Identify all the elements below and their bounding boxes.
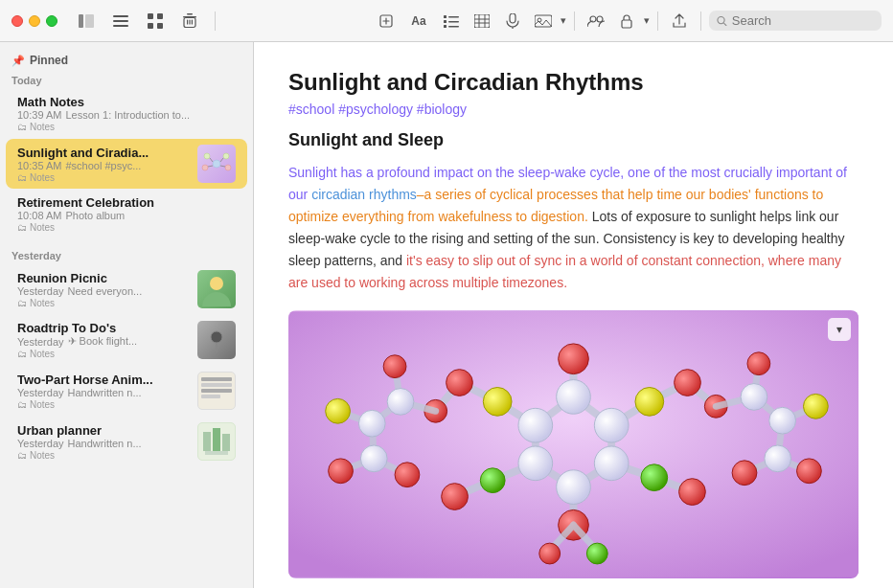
svg-point-37 — [204, 153, 210, 159]
svg-point-119 — [326, 398, 351, 423]
note-thumbnail-reunion — [197, 270, 236, 308]
note-thumbnail-molecule — [197, 145, 236, 183]
svg-rect-27 — [510, 13, 515, 23]
format-text-button[interactable]: Aa — [403, 8, 434, 34]
note-meta: Yesterday ✈ Book flight... — [17, 335, 190, 348]
svg-point-77 — [594, 408, 629, 442]
close-button[interactable] — [11, 15, 23, 27]
svg-point-36 — [213, 160, 220, 168]
svg-rect-8 — [157, 23, 163, 29]
svg-point-75 — [518, 408, 553, 442]
note-item-retirement[interactable]: Retirement Celebration 10:08 AM Photo al… — [6, 190, 247, 238]
note-meta: 10:35 AM #school #psyc... — [17, 160, 190, 171]
list-view-button[interactable] — [107, 8, 134, 34]
svg-rect-4 — [113, 25, 128, 27]
minimize-button[interactable] — [29, 15, 40, 27]
note-image-molecule: ▾ — [288, 310, 859, 578]
collaborate-button[interactable] — [583, 8, 609, 34]
note-body: Sunlight has a profound impact on the sl… — [288, 162, 859, 295]
svg-point-117 — [395, 462, 420, 486]
svg-rect-50 — [201, 389, 232, 393]
note-subtitle: Sunlight and Sleep — [288, 130, 859, 150]
svg-rect-54 — [222, 434, 230, 451]
svg-point-103 — [732, 460, 757, 485]
svg-point-39 — [202, 165, 208, 170]
note-meta: Yesterday Handwritten n... — [17, 387, 190, 398]
svg-point-100 — [741, 383, 767, 410]
body-text-blue: circadian rhythms — [311, 187, 417, 202]
svg-rect-10 — [187, 13, 193, 15]
folder-icon: 🗂 — [17, 122, 27, 132]
search-bar[interactable] — [709, 11, 882, 31]
svg-rect-16 — [444, 15, 446, 18]
note-info: Math Notes 10:39 AM Lesson 1: Introducti… — [17, 95, 236, 132]
image-expand-button[interactable]: ▾ — [828, 318, 851, 341]
attachment-button[interactable] — [530, 8, 557, 34]
new-note-button[interactable] — [373, 8, 400, 34]
svg-point-38 — [223, 153, 229, 159]
note-thumbnail-urban — [197, 422, 236, 461]
folder-icon: 🗂 — [17, 349, 27, 359]
note-info: Urban planner Yesterday Handwritten n...… — [17, 423, 190, 461]
checklist-button[interactable] — [438, 8, 465, 34]
note-title: Two-Part Horse Anim... — [17, 373, 190, 387]
svg-rect-0 — [79, 14, 83, 28]
note-item-roadtrip[interactable]: Roadtrip To Do's Yesterday ✈ Book flight… — [6, 315, 247, 365]
traffic-lights — [11, 15, 57, 27]
note-footer: 🗂 Notes — [17, 122, 236, 132]
note-item-math[interactable]: Math Notes 10:39 AM Lesson 1: Introducti… — [6, 89, 247, 138]
note-info: Roadtrip To Do's Yesterday ✈ Book flight… — [17, 321, 190, 359]
svg-point-80 — [518, 446, 553, 481]
note-tags: #school #psychology #biology — [288, 102, 859, 117]
note-item-urban[interactable]: Urban planner Yesterday Handwritten n...… — [6, 417, 247, 466]
maximize-button[interactable] — [46, 15, 57, 27]
note-main-title: Sunlight and Circadian Rhythms — [288, 69, 859, 96]
note-meta: Yesterday Need everyon... — [17, 285, 190, 297]
svg-rect-55 — [205, 451, 228, 455]
svg-rect-52 — [203, 432, 211, 451]
today-section: Today Math Notes 10:39 AM Lesson 1: Intr… — [0, 71, 253, 238]
table-button[interactable] — [469, 8, 495, 34]
svg-point-88 — [679, 478, 706, 505]
svg-point-124 — [586, 543, 607, 564]
pinned-label: Pinned — [30, 54, 68, 67]
pin-icon: 📌 — [11, 55, 25, 67]
audio-button[interactable] — [499, 8, 526, 34]
note-info: Two-Part Horse Anim... Yesterday Handwri… — [17, 373, 190, 410]
folder-icon: 🗂 — [17, 298, 27, 308]
note-item-reunion[interactable]: Reunion Picnic Yesterday Need everyon...… — [6, 264, 247, 314]
svg-point-45 — [210, 277, 223, 290]
note-title: Urban planner — [17, 423, 190, 438]
note-info: Sunlight and Ciradia... 10:35 AM #school… — [17, 146, 190, 183]
note-content: Sunlight and Circadian Rhythms #school #… — [254, 42, 893, 588]
svg-point-81 — [559, 343, 589, 373]
note-footer: 🗂 Notes — [17, 399, 190, 410]
svg-rect-13 — [189, 19, 190, 24]
share-button[interactable] — [666, 8, 693, 34]
main-area: 📌 Pinned Today Math Notes 10:39 AM Lesso… — [0, 42, 893, 588]
today-label: Today — [0, 71, 253, 88]
grid-view-button[interactable] — [142, 8, 169, 34]
svg-point-78 — [594, 446, 629, 481]
note-footer: 🗂 Notes — [17, 172, 190, 183]
svg-rect-22 — [474, 14, 490, 28]
note-thumbnail-horse — [197, 372, 236, 410]
search-icon — [717, 15, 727, 27]
svg-point-123 — [539, 543, 561, 564]
svg-rect-1 — [85, 14, 94, 28]
delete-button[interactable] — [176, 8, 203, 34]
folder-icon: 🗂 — [17, 450, 27, 461]
search-input[interactable] — [732, 13, 874, 28]
yesterday-label: Yesterday — [0, 246, 253, 263]
sidebar-toggle-button[interactable] — [73, 8, 100, 34]
svg-point-105 — [803, 394, 828, 418]
svg-point-118 — [383, 354, 406, 377]
note-meta: 10:39 AM Lesson 1: Introduction to... — [17, 109, 236, 121]
svg-point-116 — [360, 445, 387, 472]
svg-rect-20 — [448, 21, 459, 23]
note-item-horse[interactable]: Two-Part Horse Anim... Yesterday Handwri… — [6, 366, 247, 416]
note-item-sunlight[interactable]: Sunlight and Ciradia... 10:35 AM #school… — [6, 139, 247, 189]
molecule-visualization — [288, 310, 859, 578]
svg-rect-49 — [201, 383, 232, 387]
lock-button[interactable] — [613, 8, 640, 34]
